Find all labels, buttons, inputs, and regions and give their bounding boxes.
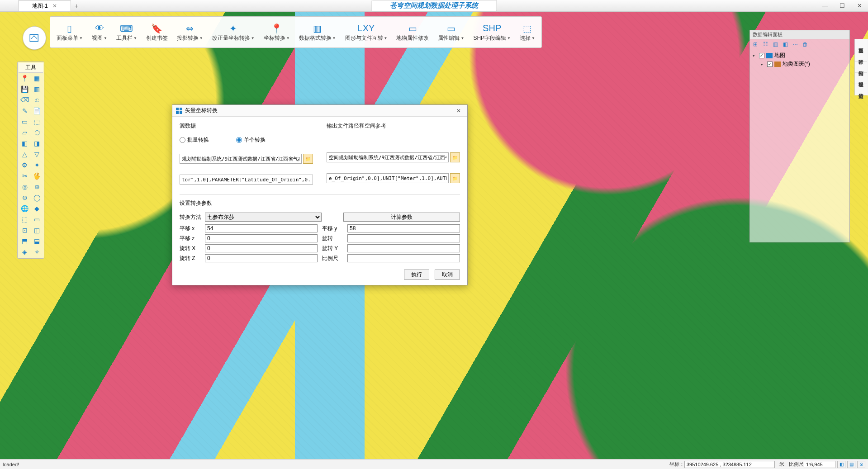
ribbon-item-12[interactable]: ⬚选择 ▼	[515, 21, 540, 44]
layer-more-icon[interactable]: ⋯	[792, 41, 799, 48]
tool-cell-4[interactable]: ⌫	[19, 95, 31, 105]
calc-params-button[interactable]: 计算参数	[343, 213, 460, 222]
tool-cell-6[interactable]: ✎	[19, 105, 31, 116]
tool-cell-11[interactable]: ⬡	[31, 127, 43, 138]
layer-tree-item[interactable]: ▸ ✓ 地类图斑(*)	[753, 60, 847, 68]
input-pz[interactable]	[205, 234, 318, 242]
layer-list-icon[interactable]: ☷	[762, 41, 769, 48]
tool-cell-8[interactable]: ▭	[19, 116, 31, 127]
tool-cell-23[interactable]: ◯	[31, 192, 43, 203]
ribbon-item-6[interactable]: 📍坐标转换 ▼	[259, 21, 294, 44]
side-tab-2[interactable]: 分幅列表	[855, 62, 867, 73]
tool-cell-5[interactable]: ⎌	[31, 95, 43, 105]
execute-button[interactable]: 执行	[404, 270, 429, 280]
close-button[interactable]: ✕	[851, 0, 868, 11]
tool-cell-21[interactable]: ⊕	[31, 181, 43, 192]
minimize-button[interactable]: —	[816, 0, 834, 11]
tool-cell-33[interactable]: ✧	[31, 246, 43, 257]
ribbon-item-0[interactable]: ▯面板菜单 ▼	[52, 21, 87, 44]
coord-input[interactable]	[684, 461, 775, 468]
ribbon-item-8[interactable]: LXY图形与文件互转 ▼	[341, 21, 392, 44]
tool-cell-22[interactable]: ⊖	[19, 192, 31, 203]
status-tool3-icon[interactable]: ※	[857, 461, 865, 468]
tool-cell-13[interactable]: ◨	[31, 138, 43, 149]
dialog-titlebar[interactable]: 矢量坐标转换 ✕	[172, 105, 467, 117]
tool-cell-29[interactable]: ◫	[31, 225, 43, 236]
add-layer-icon[interactable]: ⊞	[752, 41, 759, 48]
side-tab-4[interactable]: 符号渲染	[855, 84, 867, 95]
layer-tree-root[interactable]: ▾ ✓ 地图	[753, 51, 847, 60]
tool-cell-1[interactable]: ▦	[31, 73, 43, 84]
tab-close-icon[interactable]: ✕	[52, 3, 57, 9]
tool-cell-20[interactable]: ◎	[19, 181, 31, 192]
browse-source-button[interactable]: 📁	[303, 154, 313, 164]
input-px[interactable]	[205, 224, 318, 232]
tool-cell-19[interactable]: 🖐	[31, 171, 43, 181]
new-tab-button[interactable]: +	[71, 2, 82, 9]
output-path-input[interactable]	[327, 152, 449, 162]
ribbon-item-4[interactable]: ⇔投影转换 ▼	[172, 21, 208, 44]
radio-batch[interactable]: 批量转换	[180, 136, 209, 144]
scale-input[interactable]	[804, 461, 835, 468]
layer-delete-icon[interactable]: 🗑	[802, 41, 809, 48]
status-tool2-icon[interactable]: ▤	[847, 461, 855, 468]
ribbon-item-9[interactable]: ▭地物属性修改	[392, 21, 433, 44]
status-tool1-icon[interactable]: ◧	[837, 461, 845, 468]
input-scale[interactable]	[347, 254, 460, 262]
tool-cell-30[interactable]: ⬒	[19, 236, 31, 246]
tool-cell-14[interactable]: △	[19, 149, 31, 160]
collapse-icon[interactable]: ▾	[753, 53, 757, 58]
input-rz[interactable]	[205, 254, 318, 262]
ribbon-item-7[interactable]: ▥数据格式转换 ▼	[294, 21, 341, 44]
tool-cell-2[interactable]: 💾	[19, 84, 31, 95]
radio-single[interactable]: 单个转换	[236, 136, 266, 144]
ribbon-item-3[interactable]: 🔖创建书签	[142, 21, 172, 44]
ribbon-item-11[interactable]: SHPSHP字段编辑 ▼	[469, 21, 515, 44]
tool-cell-25[interactable]: ◆	[31, 203, 43, 214]
cancel-button[interactable]: 取消	[435, 270, 460, 280]
ribbon-item-10[interactable]: ▭属性编辑 ▼	[433, 21, 469, 44]
checkbox-icon[interactable]: ✓	[767, 62, 773, 67]
tool-cell-10[interactable]: ▱	[19, 127, 31, 138]
document-tab[interactable]: 地图-1 ✕	[18, 0, 71, 11]
input-rx[interactable]	[205, 244, 318, 252]
ribbon-item-1[interactable]: 👁视图 ▼	[87, 21, 112, 44]
ribbon-icon: ▥	[312, 23, 323, 34]
compass-widget[interactable]: ⮹	[23, 26, 46, 50]
tool-cell-15[interactable]: ▽	[31, 149, 43, 160]
input-py[interactable]	[347, 224, 460, 232]
output-projection-input[interactable]	[327, 173, 449, 183]
side-tab-0[interactable]: 图层面板	[855, 39, 867, 50]
side-tab-3[interactable]: 模板管理	[855, 73, 867, 84]
tool-cell-28[interactable]: ⊡	[19, 225, 31, 236]
dialog-close-button[interactable]: ✕	[454, 106, 464, 115]
collapse-icon[interactable]: ▸	[761, 62, 765, 66]
browse-projection-button[interactable]: 📁	[450, 173, 460, 183]
tool-cell-31[interactable]: ⬓	[31, 236, 43, 246]
ribbon-item-5[interactable]: ✦改正量坐标转换 ▼	[208, 21, 259, 44]
tool-cell-17[interactable]: ✦	[31, 160, 43, 171]
maximize-button[interactable]: ☐	[834, 0, 851, 11]
input-rot[interactable]	[347, 234, 460, 242]
browse-output-button[interactable]: 📁	[450, 152, 460, 162]
source-path-input[interactable]	[180, 154, 302, 164]
tool-cell-3[interactable]: ▥	[31, 84, 43, 95]
tool-cell-0[interactable]: 📍	[19, 73, 31, 84]
tool-cell-9[interactable]: ⬚	[31, 116, 43, 127]
tool-cell-32[interactable]: ◈	[19, 246, 31, 257]
method-select[interactable]: 七参布尔莎	[205, 213, 322, 222]
tool-cell-12[interactable]: ◧	[19, 138, 31, 149]
layer-group-icon[interactable]: ▥	[772, 41, 779, 48]
tool-cell-27[interactable]: ▭	[31, 214, 43, 225]
tool-cell-7[interactable]: 📄	[31, 105, 43, 116]
source-projection-input[interactable]	[180, 175, 313, 185]
tool-cell-24[interactable]: 🌐	[19, 203, 31, 214]
tool-cell-18[interactable]: ✂	[19, 171, 31, 181]
tool-cell-16[interactable]: ⚙	[19, 160, 31, 171]
input-ry[interactable]	[347, 244, 460, 252]
checkbox-icon[interactable]: ✓	[759, 53, 764, 58]
ribbon-item-2[interactable]: ⌨工具栏 ▼	[112, 21, 142, 44]
side-tab-1[interactable]: 行政区	[855, 50, 867, 62]
tool-cell-26[interactable]: ⬚	[19, 214, 31, 225]
layer-settings-icon[interactable]: ◧	[782, 41, 789, 48]
